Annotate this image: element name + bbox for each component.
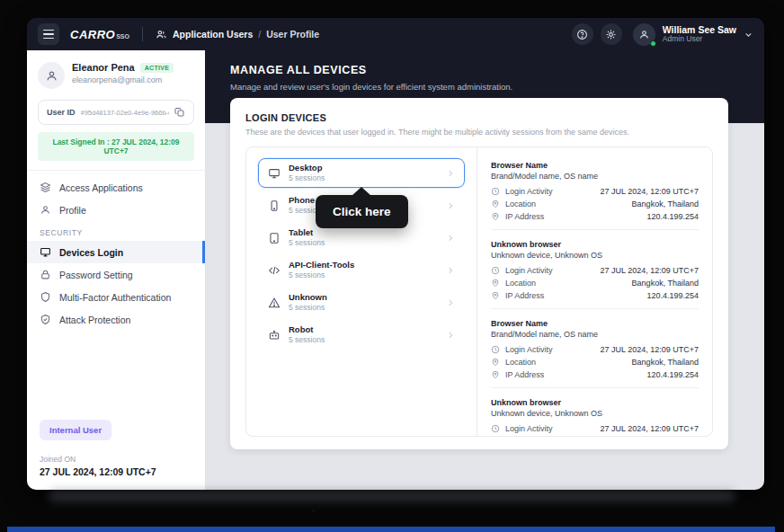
ip-address-value: 120.4.199.254: [646, 291, 699, 300]
user-menu-button[interactable]: [744, 30, 753, 40]
internal-user-badge: Internal User: [40, 420, 111, 440]
device-item-desktop[interactable]: Desktop 5 sessions: [258, 158, 465, 188]
menu-toggle-button[interactable]: [38, 23, 59, 45]
device-sessions: 5 sessions: [289, 335, 438, 345]
user-avatar[interactable]: [633, 23, 655, 46]
topbar-divider: [142, 27, 143, 41]
tablet-icon: [268, 232, 281, 244]
breadcrumb: Application Users / User Profile: [156, 29, 319, 40]
device-item-unknown[interactable]: Unknown 5 sessions: [258, 288, 465, 317]
sidebar-item-label: Access Applications: [59, 182, 143, 193]
sidebar-item-attack-protection[interactable]: Attack Protection: [27, 308, 205, 331]
current-user: William See Saw Admin User: [663, 24, 736, 44]
person-icon: [40, 204, 51, 216]
app-window: CARRO SSO Application Users / User Profi…: [27, 18, 764, 490]
chevron-right-icon: [446, 331, 455, 340]
click-here-tooltip[interactable]: Click here: [316, 195, 408, 228]
device-name: Robot: [289, 324, 438, 335]
user-id-label: User ID: [47, 108, 76, 117]
chevron-right-icon: [446, 201, 455, 210]
login-activity-value: 27 JUL 2024, 12:09 UTC+7: [601, 187, 699, 196]
lock-icon: [40, 269, 51, 280]
location-pin-icon: [491, 279, 500, 288]
ip-address-value: 120.4.199.254: [646, 370, 699, 379]
settings-button[interactable]: [601, 23, 622, 45]
session-device: Brand/Model name, OS name: [491, 172, 699, 181]
sidebar-item-label: Password Setting: [59, 270, 133, 280]
ip-pin-icon: [491, 212, 500, 221]
status-badge: ACTIVE: [140, 63, 174, 73]
device-name: Unknown: [289, 292, 438, 303]
sidebar-item-profile[interactable]: Profile: [27, 199, 205, 221]
robot-icon: [268, 329, 281, 341]
clock-icon: [491, 187, 500, 196]
topbar: CARRO SSO Application Users / User Profi…: [27, 18, 764, 50]
monitor-icon: [40, 246, 51, 258]
login-activity-value: 27 JUL 2024, 12:09 UTC+7: [601, 266, 699, 275]
sidebar-nav: Access Applications Profile SECURITY Dev…: [27, 171, 205, 331]
device-item-robot[interactable]: Robot 5 sessions: [258, 320, 465, 350]
sidebar: Eleanor Pena ACTIVE eleanorpena@gmail.co…: [27, 50, 205, 490]
help-icon: [576, 29, 588, 40]
ip-address-label: IP Address: [505, 212, 544, 221]
chevron-right-icon: [446, 266, 455, 275]
ip-address-value: 120.4.199.254: [646, 212, 699, 221]
session-entry: Browser Name Brand/Model name, OS name L…: [491, 309, 699, 388]
devices-panel: Desktop 5 sessions: [245, 146, 713, 437]
sidebar-item-label: Devices Login: [59, 247, 123, 258]
breadcrumb-section[interactable]: Application Users: [173, 29, 253, 40]
chevron-down-icon: [744, 30, 753, 40]
session-entry: Browser Name Brand/Model name, OS name L…: [491, 151, 699, 230]
user-id-field: User ID #95d48137-02e0-4e9e-966b-c131: [38, 100, 194, 125]
card-subtitle: These are the devices that user logged i…: [245, 128, 713, 137]
ip-address-label: IP Address: [505, 370, 544, 379]
help-button[interactable]: [572, 23, 593, 45]
location-label: Location: [505, 279, 536, 288]
copy-button[interactable]: [174, 107, 185, 118]
clock-icon: [491, 424, 500, 433]
profile-name: Eleanor Pena: [72, 62, 135, 73]
online-status-dot: [650, 40, 656, 47]
login-activity-label: Login Activity: [505, 424, 553, 433]
session-list: Browser Name Brand/Model name, OS name L…: [477, 147, 712, 436]
device-sessions: 5 sessions: [289, 238, 438, 248]
breadcrumb-page: User Profile: [266, 29, 319, 40]
joined-info: Joined ON 27 JUL 2024, 12:09 UTC+7: [27, 440, 205, 490]
device-name: Desktop: [289, 163, 438, 173]
clock-icon: [491, 345, 500, 354]
location-pin-icon: [491, 358, 500, 367]
login-activity-label: Login Activity: [505, 345, 553, 354]
location-value: Bangkok, Thailand: [632, 358, 699, 367]
device-name: Tablet: [289, 227, 438, 238]
session-entry: Unknown browser Unknown device, Unknown …: [491, 388, 699, 436]
clock-icon: [491, 266, 500, 275]
sidebar-item-password-setting[interactable]: Password Setting: [27, 263, 205, 286]
warning-icon: [268, 297, 281, 309]
sidebar-item-label: Profile: [59, 205, 86, 216]
login-activity-label: Login Activity: [505, 266, 553, 275]
session-browser: Browser Name: [491, 319, 699, 328]
device-item-api-client-tools[interactable]: API-Client-Tools 5 sessions: [258, 255, 465, 285]
sidebar-item-multi-factor-authentication[interactable]: Multi-Factor Authentication: [27, 286, 205, 308]
code-icon: [268, 264, 281, 277]
joined-label: Joined ON: [40, 455, 192, 464]
device-sessions: 5 sessions: [289, 270, 438, 280]
shield-check-icon: [40, 314, 51, 325]
chevron-right-icon: [446, 234, 455, 243]
session-browser: Browser Name: [491, 161, 699, 170]
session-browser: Unknown browser: [491, 398, 699, 407]
app-logo: CARRO SSO: [70, 28, 129, 41]
sidebar-item-label: Multi-Factor Authentication: [59, 292, 171, 303]
security-section-label: SECURITY: [27, 221, 205, 241]
chevron-right-icon: [446, 169, 455, 178]
card-title: LOGIN DEVICES: [245, 112, 713, 123]
session-device: Brand/Model name, OS name: [491, 330, 699, 339]
sidebar-item-devices-login[interactable]: Devices Login: [27, 241, 205, 263]
gear-icon: [605, 29, 617, 40]
copy-icon: [174, 107, 185, 118]
person-icon: [45, 69, 58, 83]
sidebar-item-access-applications[interactable]: Access Applications: [27, 176, 205, 199]
page-title: MANAGE ALL DEVICES: [230, 64, 739, 76]
login-activity-value: 27 JUL 2024, 12:09 UTC+7: [601, 424, 699, 433]
device-sessions: 5 sessions: [289, 303, 438, 313]
